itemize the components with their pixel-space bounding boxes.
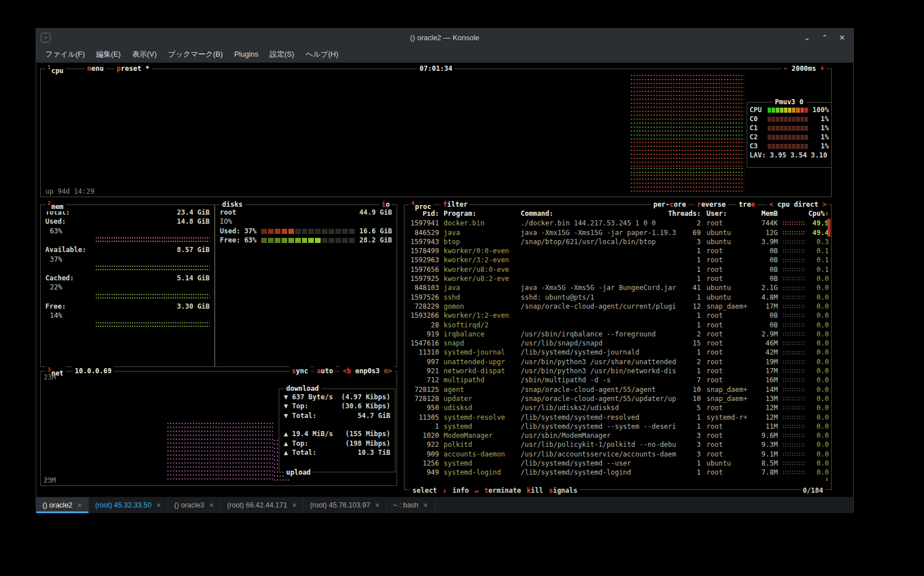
label-text: enp0s3	[351, 367, 384, 375]
sort-selector[interactable]: < cpu direct >	[767, 200, 829, 209]
header-threads[interactable]: Threads:	[661, 209, 701, 218]
io-mode-button[interactable]: io	[380, 200, 392, 209]
meter-cell	[288, 238, 294, 243]
menu-item[interactable]: ファイル(F)	[40, 46, 91, 62]
proc-cpu-sparkline	[782, 396, 804, 401]
menu-item[interactable]: 編集(E)	[91, 46, 126, 62]
proc-footer-item[interactable]: signals	[549, 487, 578, 494]
scrollbar-indicator[interactable]	[828, 219, 831, 237]
proc-pid: 1597943	[407, 237, 439, 246]
tab[interactable]: () oracle2✕	[36, 497, 89, 513]
tab-close-icon[interactable]: ✕	[77, 502, 82, 509]
proc-footer-item[interactable]: select	[412, 487, 437, 494]
process-row[interactable]: 997unattended-upgr/usr/bin/python3 /usr/…	[407, 357, 828, 366]
tab-close-icon[interactable]: ✕	[423, 502, 428, 509]
proc-pid: 1593266	[407, 311, 439, 320]
process-row[interactable]: 921networkd-dispat/usr/bin/python3 /usr/…	[407, 366, 828, 376]
process-row[interactable]: 846529javajava -Xmx15G -Xms15G -jar pape…	[407, 228, 828, 237]
per-core-toggle[interactable]: per-core	[651, 200, 688, 209]
header-user[interactable]: User:	[706, 209, 752, 218]
minimize-button[interactable]: ⌄	[804, 33, 810, 42]
header-mem[interactable]: MemB	[752, 209, 778, 218]
proc-cpu: 0.0	[806, 413, 829, 422]
proc-mem: 13M	[752, 394, 778, 403]
process-row[interactable]: 712multipathd/sbin/multipathd -d -s7root…	[407, 376, 828, 385]
process-row[interactable]: 728229gomon/snap/oracle-cloud-agent/curr…	[407, 302, 828, 311]
process-row[interactable]: 919irqbalance/usr/sbin/irqbalance --fore…	[407, 330, 828, 339]
header-program[interactable]: Program:	[444, 209, 521, 218]
net-stat-line: ▲ Top:(198 Mibps)	[284, 439, 390, 448]
process-row[interactable]: 1547616snapd/usr/lib/snapd/snapd15root46…	[407, 339, 828, 348]
process-row[interactable]: 1578499kworker/0:0-even1root0B0.1	[407, 246, 828, 255]
process-row[interactable]: 11310systemd-journal/lib/systemd/systemd…	[407, 348, 828, 357]
process-row[interactable]: 1256systemd/lib/systemd/systemd --user1u…	[407, 459, 828, 468]
tab[interactable]: (root) 66.42.44.171✕	[221, 497, 304, 513]
process-row[interactable]: 950udisksd/usr/lib/udisks2/udisksd5root1…	[407, 403, 828, 412]
process-table: Pid: Program: Command: Threads: User: Me…	[404, 205, 831, 477]
tab[interactable]: ~ : bash✕	[387, 497, 435, 513]
process-row[interactable]: 1597941docker.bin./docker.bin 144.217.53…	[407, 219, 828, 228]
tab-close-icon[interactable]: ✕	[208, 502, 214, 509]
process-row[interactable]: 1597656kworker/u8:0-eve1root0B0.1	[407, 265, 828, 274]
maximize-button[interactable]: ⌃	[821, 33, 828, 42]
tab-close-icon[interactable]: ✕	[375, 502, 380, 509]
tab[interactable]: (root) 45.76.103.97✕	[304, 497, 387, 513]
proc-footer-item[interactable]: ↓	[442, 487, 446, 494]
hotkey: >	[388, 367, 392, 375]
terminal-view[interactable]: 1cpu menu preset * 07:01:34 - 2000ms + P…	[36, 63, 853, 497]
interface-selector[interactable]: <b enp0s3 n>	[340, 366, 394, 376]
scroll-down-icon[interactable]: ↓	[825, 475, 829, 483]
menu-item[interactable]: ブックマーク(B)	[163, 46, 229, 62]
process-row[interactable]: 1592963kworker/3:2-even1root0B0.1	[407, 255, 828, 264]
header-cpu[interactable]: Cpu%↑	[806, 209, 829, 218]
process-row[interactable]: 909accounts-daemon/usr/lib/accountsservi…	[407, 450, 828, 459]
close-button[interactable]: ✕	[839, 33, 845, 42]
process-row[interactable]: 1020ModemManager/usr/sbin/ModemManager3r…	[407, 431, 828, 440]
proc-mem: 19M	[752, 357, 778, 366]
tab[interactable]: () oracle3✕	[168, 497, 221, 513]
process-row[interactable]: 1systemd/lib/systemd/systemd --system --…	[407, 422, 828, 431]
tab-bar: () oracle2✕(root) 45.32.33.50✕() oracle3…	[36, 497, 853, 513]
menu-item[interactable]: Plugins	[228, 47, 264, 61]
filter-button[interactable]: filter	[441, 200, 470, 209]
pmu-meter-label: C2	[750, 133, 765, 142]
process-table-header[interactable]: Pid: Program: Command: Threads: User: Me…	[407, 209, 828, 218]
process-row[interactable]: 949systemd-logind/lib/systemd/systemd-lo…	[407, 468, 828, 477]
process-row[interactable]: 1597925kworker/u8:2-eve1root0B0.0	[407, 274, 828, 283]
process-row[interactable]: 1597943btop/snap/btop/621/usr/local/bin/…	[407, 237, 828, 246]
reverse-toggle[interactable]: reverse	[695, 200, 728, 209]
proc-footer-item[interactable]: terminate	[484, 487, 521, 494]
tab-close-icon[interactable]: ✕	[292, 502, 297, 509]
tree-toggle[interactable]: tree	[736, 200, 757, 209]
titlebar[interactable]: () oracle2 — Konsole ⌄ ⌃ ✕	[36, 29, 853, 46]
auto-toggle[interactable]: auto	[314, 366, 335, 376]
update-interval-control[interactable]: - 2000ms +	[781, 64, 827, 73]
mem-stat-row: Free:3.30 GiB	[45, 302, 210, 311]
proc-footer-item[interactable]: info	[453, 487, 469, 494]
meter-cell	[268, 229, 274, 234]
meter-cell	[784, 135, 787, 140]
menu-item[interactable]: 設定(S)	[264, 46, 300, 62]
header-command[interactable]: Command:	[521, 209, 682, 218]
menu-item[interactable]: 表示(V)	[126, 46, 162, 62]
net-stat-label: ▼ Total:	[284, 411, 317, 420]
sync-toggle[interactable]: sync	[289, 366, 310, 376]
menu-button[interactable]: menu	[85, 64, 106, 73]
proc-footer-item[interactable]: ↵	[475, 487, 479, 494]
tab-close-icon[interactable]: ✕	[156, 502, 161, 509]
proc-footer-item[interactable]: kill	[527, 487, 543, 494]
menu-item[interactable]: ヘルプ(H)	[300, 46, 344, 62]
process-row[interactable]: 1597526sshdsshd: ubuntu@pts/11ubuntu4.8M…	[407, 293, 828, 302]
process-row[interactable]: 922polkitd/usr/lib/policykit-1/polkitd -…	[407, 440, 828, 449]
tab[interactable]: (root) 45.32.33.50✕	[89, 497, 168, 513]
process-row[interactable]: 1593266kworker/1:2-even1root0B0.0	[407, 311, 828, 320]
process-row[interactable]: 728128updater/snap/oracle-cloud-agent/55…	[407, 394, 828, 403]
proc-command: /lib/systemd/systemd --system --deseri	[521, 422, 682, 431]
process-row[interactable]: 848103javajava -Xmx5G -Xms5G -jar Bungee…	[407, 283, 828, 292]
proc-pid: 950	[407, 403, 439, 412]
preset-button[interactable]: preset *	[114, 64, 152, 73]
process-row[interactable]: 28ksoftirqd/21root0B0.0	[407, 321, 828, 330]
process-row[interactable]: 728125agent/snap/oracle-cloud-agent/55/a…	[407, 385, 828, 394]
process-row[interactable]: 11305systemd-resolve/lib/systemd/systemd…	[407, 413, 828, 422]
mem-stat-row: Cached:5.14 GiB	[45, 274, 210, 283]
